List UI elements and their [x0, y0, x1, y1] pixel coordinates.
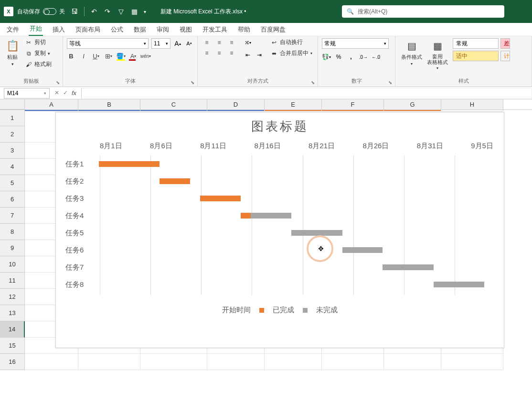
cell[interactable]: [78, 354, 140, 370]
dialog-launcher-icon[interactable]: ⬊: [191, 80, 196, 86]
tab-帮助[interactable]: 帮助: [237, 23, 251, 36]
row-header[interactable]: 8: [0, 224, 25, 240]
row-header[interactable]: 1: [0, 110, 25, 126]
chevron-down-icon[interactable]: ▾: [11, 62, 14, 66]
wrap-text-button[interactable]: ↩自动换行: [270, 38, 312, 46]
row-header[interactable]: 13: [0, 305, 25, 321]
cell[interactable]: [25, 354, 78, 370]
font-color-button[interactable]: A▾: [129, 52, 138, 60]
dialog-launcher-icon[interactable]: ⬊: [56, 80, 62, 86]
tab-文件[interactable]: 文件: [6, 23, 20, 36]
cell-style-bad[interactable]: 差: [500, 38, 510, 49]
row-header[interactable]: 11: [0, 273, 25, 289]
fill-color-button[interactable]: 🪣▾: [117, 52, 125, 60]
dialog-launcher-icon[interactable]: ⬊: [311, 80, 317, 86]
accounting-format-icon[interactable]: 💱▾: [322, 53, 330, 61]
orientation-button[interactable]: ⤭▾: [244, 38, 252, 47]
tab-页面布局[interactable]: 页面布局: [74, 23, 101, 36]
row-header[interactable]: 5: [0, 175, 25, 191]
filter-icon[interactable]: ▽: [117, 8, 125, 15]
name-box[interactable]: M14▾: [4, 88, 50, 98]
number-format-combo[interactable]: 常规▾: [322, 38, 389, 49]
align-bottom-icon[interactable]: ≡: [226, 38, 237, 47]
cell-style-calc[interactable]: 计: [500, 51, 510, 61]
row-header[interactable]: 2: [0, 126, 25, 142]
format-painter-button[interactable]: 🖌格式刷: [25, 60, 52, 68]
bar-todo[interactable]: [251, 213, 291, 219]
bar-todo[interactable]: [434, 282, 484, 287]
copy-button[interactable]: ⧉复制▾: [25, 49, 52, 57]
save-icon[interactable]: 🖫: [71, 8, 78, 15]
decrease-indent-icon[interactable]: ⇤: [244, 51, 252, 59]
row-header[interactable]: 4: [0, 159, 25, 175]
enter-icon[interactable]: ✓: [63, 89, 68, 97]
borders-button[interactable]: ⊞▾: [104, 52, 113, 60]
comma-format-icon[interactable]: ,: [347, 53, 355, 61]
tab-数据[interactable]: 数据: [133, 23, 147, 36]
select-all-corner[interactable]: [0, 99, 25, 109]
row-header[interactable]: 10: [0, 256, 25, 273]
cell[interactable]: [207, 354, 265, 370]
row-header[interactable]: 6: [0, 191, 25, 208]
cut-button[interactable]: ✂剪切: [25, 38, 52, 46]
decrease-font-icon[interactable]: A▾: [185, 39, 193, 48]
align-top-icon[interactable]: ≡: [202, 38, 212, 47]
tab-视图[interactable]: 视图: [179, 23, 193, 36]
dialog-launcher-icon[interactable]: ⬊: [388, 80, 394, 86]
cell[interactable]: [384, 110, 441, 111]
align-middle-icon[interactable]: ≡: [214, 38, 224, 47]
column-header[interactable]: A: [25, 99, 78, 109]
cell-style-normal[interactable]: 常规: [453, 38, 499, 49]
cell[interactable]: [322, 110, 384, 111]
column-header[interactable]: H: [441, 99, 503, 109]
bar-done[interactable]: [241, 213, 251, 219]
row-header[interactable]: 7: [0, 208, 25, 224]
cell[interactable]: [140, 354, 207, 370]
cell[interactable]: [78, 110, 140, 111]
row-header[interactable]: 12: [0, 289, 25, 305]
column-header[interactable]: E: [265, 99, 322, 109]
cell[interactable]: [322, 354, 384, 370]
bar-todo[interactable]: [342, 247, 383, 253]
plot-area[interactable]: 任务1任务2任务3任务4任务5任务6任务7任务8: [65, 155, 495, 295]
table-format-button[interactable]: ▦ 套用 表格格式▾: [425, 38, 450, 71]
tab-开发工具[interactable]: 开发工具: [202, 23, 228, 36]
cells-area[interactable]: 图表标题8月1日8月6日8月11日8月16日8月21日8月26日8月31日9月5…: [25, 110, 532, 370]
cell[interactable]: [140, 110, 207, 111]
chart-title[interactable]: 图表标题: [56, 112, 504, 139]
search-box[interactable]: 🔍 搜索(Alt+Q): [342, 5, 504, 18]
qat-dropdown-icon[interactable]: ▾: [144, 9, 146, 14]
formula-input[interactable]: [81, 88, 532, 98]
align-right-icon[interactable]: ≡: [226, 49, 237, 57]
row-header[interactable]: 3: [0, 142, 25, 159]
paste-button[interactable]: 📋 粘贴 ▾: [4, 38, 21, 67]
column-header[interactable]: G: [384, 99, 441, 109]
align-left-icon[interactable]: ≡: [202, 49, 212, 57]
fx-icon[interactable]: fx: [72, 89, 76, 97]
toggle-switch-icon[interactable]: [43, 8, 56, 15]
bar-done[interactable]: [99, 161, 160, 167]
cell[interactable]: [384, 354, 441, 370]
font-size-combo[interactable]: 11▾: [151, 38, 170, 49]
row-header[interactable]: 14: [0, 321, 25, 338]
increase-decimal-icon[interactable]: .0→: [359, 53, 368, 61]
merge-button[interactable]: ⬌合并后居中▾: [270, 49, 312, 57]
cell[interactable]: [265, 354, 322, 370]
phonetic-button[interactable]: wén▾: [141, 52, 150, 60]
autosave-toggle[interactable]: 自动保存 关: [17, 8, 65, 16]
align-center-icon[interactable]: ≡: [214, 49, 224, 57]
tab-百度网盘[interactable]: 百度网盘: [260, 23, 287, 36]
cancel-icon[interactable]: ✕: [54, 89, 59, 97]
font-name-combo[interactable]: 等线▾: [67, 38, 149, 49]
cell[interactable]: [265, 110, 322, 111]
chart-legend[interactable]: 开始时间已完成未完成: [56, 300, 504, 318]
document-title[interactable]: 新建 Microsoft Excel 工作表.xlsx •: [160, 8, 246, 16]
cell-style-good[interactable]: 适中: [453, 51, 499, 61]
tab-公式[interactable]: 公式: [110, 23, 124, 36]
column-header[interactable]: B: [78, 99, 140, 109]
chart-object[interactable]: 图表标题8月1日8月6日8月11日8月16日8月21日8月26日8月31日9月5…: [55, 112, 504, 348]
column-header[interactable]: D: [207, 99, 265, 109]
increase-font-icon[interactable]: A▴: [173, 39, 182, 48]
italic-button[interactable]: I: [79, 52, 88, 60]
redo-icon[interactable]: ↷: [104, 8, 111, 15]
